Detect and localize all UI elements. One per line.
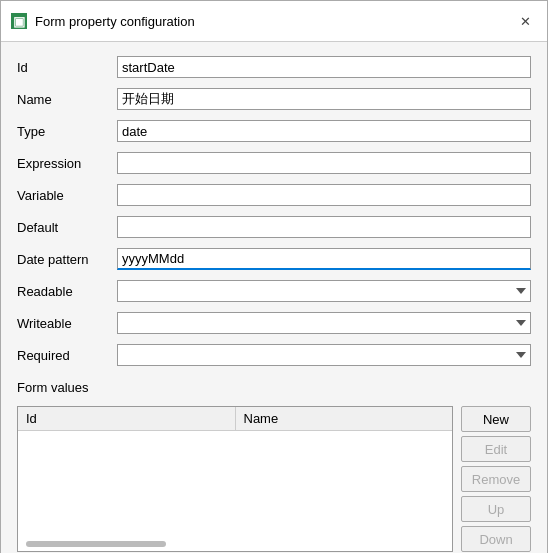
table-scrollbar[interactable] xyxy=(26,541,166,547)
name-input[interactable] xyxy=(117,88,531,110)
action-buttons: New Edit Remove Up Down xyxy=(461,406,531,552)
title-bar-left: ▣ Form property configuration xyxy=(11,13,195,29)
variable-field xyxy=(117,184,531,206)
dialog-content: Id Name Type Expression xyxy=(1,42,547,553)
type-input[interactable] xyxy=(117,120,531,142)
type-label: Type xyxy=(17,124,117,139)
form-values-section: Id Name New Edit Remove Up Down xyxy=(17,406,531,552)
date-pattern-field xyxy=(117,248,531,270)
required-field: true false xyxy=(117,344,531,366)
date-pattern-input[interactable] xyxy=(117,248,531,270)
variable-label: Variable xyxy=(17,188,117,203)
up-button[interactable]: Up xyxy=(461,496,531,522)
type-field xyxy=(117,120,531,142)
id-row: Id xyxy=(17,54,531,80)
name-row: Name xyxy=(17,86,531,112)
name-label: Name xyxy=(17,92,117,107)
required-select[interactable]: true false xyxy=(117,344,531,366)
remove-button[interactable]: Remove xyxy=(461,466,531,492)
expression-field xyxy=(117,152,531,174)
close-button[interactable]: ✕ xyxy=(513,9,537,33)
col-name-header: Name xyxy=(236,407,453,430)
col-id-header: Id xyxy=(18,407,236,430)
writeable-label: Writeable xyxy=(17,316,117,331)
variable-row: Variable xyxy=(17,182,531,208)
variable-input[interactable] xyxy=(117,184,531,206)
edit-button[interactable]: Edit xyxy=(461,436,531,462)
table-body[interactable] xyxy=(18,431,452,551)
dialog-icon: ▣ xyxy=(11,13,27,29)
date-pattern-row: Date pattern xyxy=(17,246,531,272)
down-button[interactable]: Down xyxy=(461,526,531,552)
readable-label: Readable xyxy=(17,284,117,299)
writeable-select[interactable]: true false xyxy=(117,312,531,334)
id-label: Id xyxy=(17,60,117,75)
form-values-table: Id Name xyxy=(17,406,453,552)
dialog-title: Form property configuration xyxy=(35,14,195,29)
default-input[interactable] xyxy=(117,216,531,238)
title-bar: ▣ Form property configuration ✕ xyxy=(1,1,547,42)
default-row: Default xyxy=(17,214,531,240)
expression-input[interactable] xyxy=(117,152,531,174)
expression-row: Expression xyxy=(17,150,531,176)
writeable-row: Writeable true false xyxy=(17,310,531,336)
required-row: Required true false xyxy=(17,342,531,368)
dialog-window: ▣ Form property configuration ✕ Id Name … xyxy=(0,0,548,553)
id-input[interactable] xyxy=(117,56,531,78)
form-values-label-row: Form values xyxy=(17,374,531,400)
readable-select[interactable]: true false xyxy=(117,280,531,302)
form-values-label: Form values xyxy=(17,380,89,395)
type-row: Type xyxy=(17,118,531,144)
name-field xyxy=(117,88,531,110)
id-field xyxy=(117,56,531,78)
default-label: Default xyxy=(17,220,117,235)
date-pattern-label: Date pattern xyxy=(17,252,117,267)
default-field xyxy=(117,216,531,238)
expression-label: Expression xyxy=(17,156,117,171)
readable-row: Readable true false xyxy=(17,278,531,304)
readable-field: true false xyxy=(117,280,531,302)
writeable-field: true false xyxy=(117,312,531,334)
required-label: Required xyxy=(17,348,117,363)
table-header: Id Name xyxy=(18,407,452,431)
new-button[interactable]: New xyxy=(461,406,531,432)
